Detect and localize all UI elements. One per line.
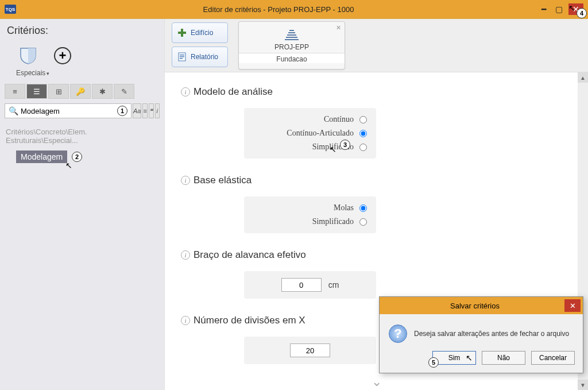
view-grid-icon[interactable]: ⊞: [48, 84, 69, 99]
radio-base-simplificado[interactable]: Simplificado: [244, 215, 376, 229]
breadcrumb: Critérios\Concreto\Elem. Estruturais\Esp…: [0, 122, 164, 147]
section-modelo-title: i Modelo de análise: [181, 86, 572, 98]
report-icon: [177, 52, 187, 62]
badge-5: 5: [428, 357, 439, 368]
especiais-dropdown[interactable]: Especiais: [0, 69, 164, 84]
shield-icon[interactable]: [18, 47, 38, 64]
project-subname: Fundacao: [239, 53, 345, 63]
asterisk-icon[interactable]: ✱: [92, 84, 113, 99]
search-icon: 🔍: [9, 106, 18, 115]
question-icon: ?: [389, 325, 407, 343]
divx-input[interactable]: [290, 343, 330, 357]
tab-label: Relatório: [191, 53, 218, 61]
plus-icon: [177, 28, 187, 38]
add-button[interactable]: +: [54, 47, 71, 64]
badge-2: 2: [72, 152, 82, 162]
radio-continuo[interactable]: Contínuo: [244, 113, 376, 126]
maximize-button[interactable]: ▢: [551, 3, 566, 15]
svg-rect-3: [180, 55, 184, 56]
tree-item-label: Modelagem: [16, 150, 67, 163]
scroll-up-icon[interactable]: ▲: [578, 72, 588, 83]
svg-rect-5: [180, 58, 183, 59]
pencil-icon[interactable]: ✎: [114, 84, 134, 99]
case-toggle[interactable]: Aa: [133, 103, 141, 118]
tabs-area: Edifício Relatório ✕ PROJ-EPP Fundacao: [165, 19, 588, 72]
info-icon[interactable]: i: [181, 316, 190, 325]
sidebar-header: Critérios:: [0, 19, 164, 39]
svg-rect-1: [178, 32, 186, 34]
dialog-title-text: Salvar critérios: [385, 302, 564, 310]
nao-button[interactable]: Não: [482, 351, 525, 365]
radio-simplificado[interactable]: Simplificado: [244, 140, 376, 154]
section-braco-title: i Braço de alavanca efetivo: [181, 249, 572, 261]
badge-4: 4: [577, 8, 587, 18]
window-title: Editor de critérios - Projeto PROJ-EPP -…: [21, 5, 536, 14]
svg-rect-8: [288, 32, 295, 33]
dialog-titlebar: Salvar critérios ✕: [380, 297, 583, 314]
sidebar: Critérios: + Especiais ≡ ☰ ⊞ 🔑 ✱ ✎ 🔍 1 A…: [0, 19, 165, 390]
divx-panel: [244, 337, 376, 364]
info-toggle[interactable]: i: [155, 103, 160, 118]
quote-toggle[interactable]: ❝: [149, 103, 154, 118]
braco-panel: cm: [244, 271, 376, 299]
svg-rect-10: [285, 39, 299, 40]
info-icon[interactable]: i: [181, 176, 190, 185]
dialog-message: Deseja salvar alterações antes de fechar…: [414, 330, 569, 338]
unit-label: cm: [328, 280, 339, 289]
close-icon[interactable]: ✕: [336, 24, 341, 32]
svg-rect-6: [286, 37, 297, 38]
modelo-panel: Contínuo Contínuo-Articulado Simplificad…: [244, 108, 376, 159]
building-icon: [284, 28, 300, 41]
view-center-icon[interactable]: ☰: [26, 84, 47, 99]
app-icon: TQS: [5, 5, 16, 14]
chevron-down-icon[interactable]: ⌄: [181, 374, 572, 389]
tab-edificio[interactable]: Edifício: [172, 22, 228, 43]
svg-rect-7: [287, 34, 296, 36]
braco-input[interactable]: [281, 278, 322, 292]
radio-molas[interactable]: Molas: [244, 201, 376, 215]
radio-continuo-articulado[interactable]: Contínuo-Articulado: [244, 126, 376, 140]
info-icon[interactable]: i: [181, 250, 190, 260]
search-input-wrapper: 🔍 1: [5, 103, 131, 118]
info-icon[interactable]: i: [181, 87, 190, 96]
section-base-title: i Base elástica: [181, 175, 572, 186]
cancelar-button[interactable]: Cancelar: [531, 351, 575, 365]
sim-button[interactable]: Sim: [432, 351, 476, 365]
key-icon[interactable]: 🔑: [70, 84, 91, 99]
titlebar: TQS Editor de critérios - Projeto PROJ-E…: [0, 0, 588, 18]
badge-3: 3: [340, 140, 350, 150]
tab-relatorio[interactable]: Relatório: [172, 47, 228, 67]
match-toggle[interactable]: ≡: [142, 103, 148, 118]
view-list-icon[interactable]: ≡: [5, 84, 25, 99]
badge-1: 1: [117, 106, 127, 116]
svg-rect-4: [180, 56, 184, 57]
project-card[interactable]: ✕ PROJ-EPP Fundacao: [238, 21, 345, 69]
scroll-down-icon[interactable]: ▼: [578, 380, 588, 390]
tab-label: Edifício: [191, 29, 213, 37]
svg-rect-9: [289, 30, 294, 31]
save-dialog: Salvar critérios ✕ ? Deseja salvar alter…: [379, 296, 583, 373]
project-name: PROJ-EPP: [274, 43, 309, 51]
base-panel: Molas Simplificado: [244, 196, 376, 233]
minimize-button[interactable]: ━: [536, 3, 551, 15]
search-input[interactable]: [21, 107, 117, 115]
tree-item-modelagem[interactable]: Modelagem 2 ↖: [16, 150, 164, 163]
dialog-close-button[interactable]: ✕: [564, 299, 581, 312]
view-toolbar: ≡ ☰ ⊞ 🔑 ✱ ✎: [0, 84, 164, 99]
